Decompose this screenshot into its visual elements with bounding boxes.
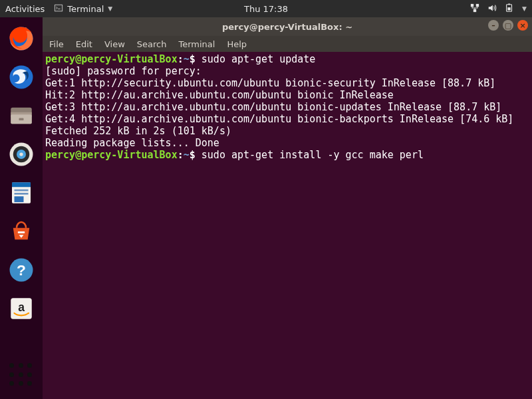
window-title: percy@percy-VirtualBox: ~ bbox=[222, 22, 352, 32]
help-icon[interactable]: ? bbox=[5, 254, 37, 286]
terminal-output-line: Get:4 http://au.archive.ubuntu.com/ubunt… bbox=[45, 113, 529, 125]
apps-grid-icon bbox=[9, 363, 33, 387]
window-titlebar[interactable]: percy@percy-VirtualBox: ~ – ▢ × bbox=[43, 17, 532, 36]
svg-text:a: a bbox=[18, 301, 25, 314]
svg-rect-7 bbox=[508, 3, 510, 5]
software-icon[interactable] bbox=[5, 215, 37, 247]
app-menu-label: Terminal bbox=[67, 4, 104, 14]
svg-rect-14 bbox=[19, 118, 24, 121]
clock[interactable]: Thu 17:38 bbox=[244, 4, 288, 14]
svg-rect-21 bbox=[15, 190, 29, 192]
close-button[interactable]: × bbox=[517, 20, 528, 31]
menu-terminal[interactable]: Terminal bbox=[178, 39, 215, 49]
writer-icon[interactable] bbox=[5, 177, 37, 209]
volume-icon[interactable] bbox=[487, 3, 497, 15]
amazon-icon[interactable]: a bbox=[5, 293, 37, 325]
terminal-body[interactable]: percy@percy-VirtualBox:~$ sudo apt-get u… bbox=[43, 52, 532, 399]
firefox-icon[interactable] bbox=[5, 23, 37, 55]
terminal-prompt-line: percy@percy-VirtualBox:~$ sudo apt-get i… bbox=[45, 149, 529, 161]
battery-icon[interactable] bbox=[505, 3, 514, 15]
chevron-down-icon: ▼ bbox=[108, 5, 112, 12]
terminal-icon bbox=[54, 3, 63, 15]
svg-rect-3 bbox=[471, 3, 473, 6]
maximize-button[interactable]: ▢ bbox=[503, 20, 513, 31]
terminal-output-line: Get:3 http://au.archive.ubuntu.com/ubunt… bbox=[45, 101, 529, 113]
system-tray[interactable]: ▼ bbox=[470, 3, 527, 15]
menu-edit[interactable]: Edit bbox=[76, 39, 92, 49]
svg-rect-22 bbox=[15, 193, 29, 195]
show-applications-button[interactable] bbox=[5, 359, 37, 391]
svg-rect-20 bbox=[12, 182, 31, 187]
svg-rect-4 bbox=[476, 3, 479, 6]
menubar: File Edit View Search Terminal Help bbox=[43, 36, 532, 52]
terminal-output-line: Hit:2 http://au.archive.ubuntu.com/ubunt… bbox=[45, 89, 529, 101]
menu-file[interactable]: File bbox=[49, 39, 64, 49]
rhythmbox-icon[interactable] bbox=[5, 138, 37, 170]
minimize-button[interactable]: – bbox=[488, 20, 499, 31]
gnome-top-panel: Activities Terminal ▼ Thu 17:38 ▼ bbox=[0, 0, 532, 17]
terminal-prompt-line: percy@percy-VirtualBox:~$ sudo apt-get u… bbox=[45, 53, 529, 65]
svg-rect-2 bbox=[58, 8, 61, 9]
terminal-output-line: Reading package lists... Done bbox=[45, 137, 529, 149]
thunderbird-icon[interactable] bbox=[5, 61, 37, 93]
dock: ? a bbox=[0, 17, 43, 399]
svg-rect-23 bbox=[15, 196, 24, 202]
chevron-down-icon: ▼ bbox=[522, 5, 527, 12]
network-icon[interactable] bbox=[470, 3, 479, 15]
svg-rect-8 bbox=[507, 7, 510, 10]
activities-button[interactable]: Activities bbox=[5, 4, 45, 14]
menu-search[interactable]: Search bbox=[137, 39, 167, 49]
terminal-output-line: Fetched 252 kB in 2s (101 kB/s) bbox=[45, 125, 529, 137]
svg-rect-24 bbox=[18, 231, 25, 233]
window-controls: – ▢ × bbox=[488, 20, 528, 31]
terminal-window: percy@percy-VirtualBox: ~ – ▢ × File Edi… bbox=[43, 17, 532, 399]
svg-text:?: ? bbox=[17, 261, 26, 279]
menu-help[interactable]: Help bbox=[227, 39, 247, 49]
menu-view[interactable]: View bbox=[104, 39, 125, 49]
app-menu[interactable]: Terminal ▼ bbox=[54, 3, 112, 15]
terminal-output-line: [sudo] password for percy: bbox=[45, 65, 529, 77]
files-icon[interactable] bbox=[5, 100, 37, 132]
svg-rect-5 bbox=[473, 9, 476, 11]
svg-point-18 bbox=[19, 152, 23, 156]
svg-rect-1 bbox=[55, 5, 63, 11]
terminal-output-line: Get:1 http://security.ubuntu.com/ubuntu … bbox=[45, 77, 529, 89]
